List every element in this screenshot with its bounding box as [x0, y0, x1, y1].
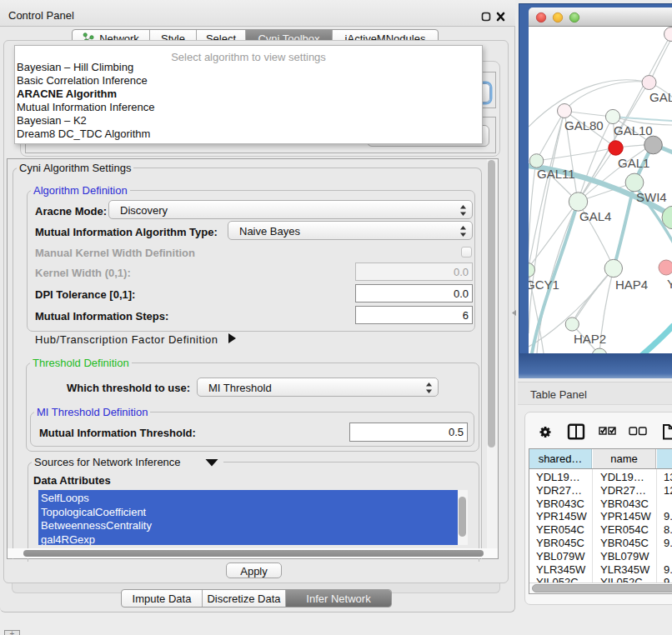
svg-text:SWI4: SWI4	[636, 190, 667, 204]
svg-text:GAL80: GAL80	[564, 118, 604, 132]
svg-text:GCY1: GCY1	[529, 278, 559, 292]
svg-text:GAL7: GAL7	[649, 90, 672, 104]
svg-text:YEL: YEL	[667, 277, 672, 291]
svg-text:HAP2: HAP2	[574, 332, 606, 346]
svg-text:HAP4: HAP4	[615, 278, 648, 292]
svg-text:GAL11: GAL11	[537, 167, 575, 181]
svg-text:GAL10: GAL10	[614, 123, 653, 138]
svg-text:GAL1: GAL1	[618, 156, 649, 170]
svg-text:GAL4: GAL4	[579, 209, 611, 223]
